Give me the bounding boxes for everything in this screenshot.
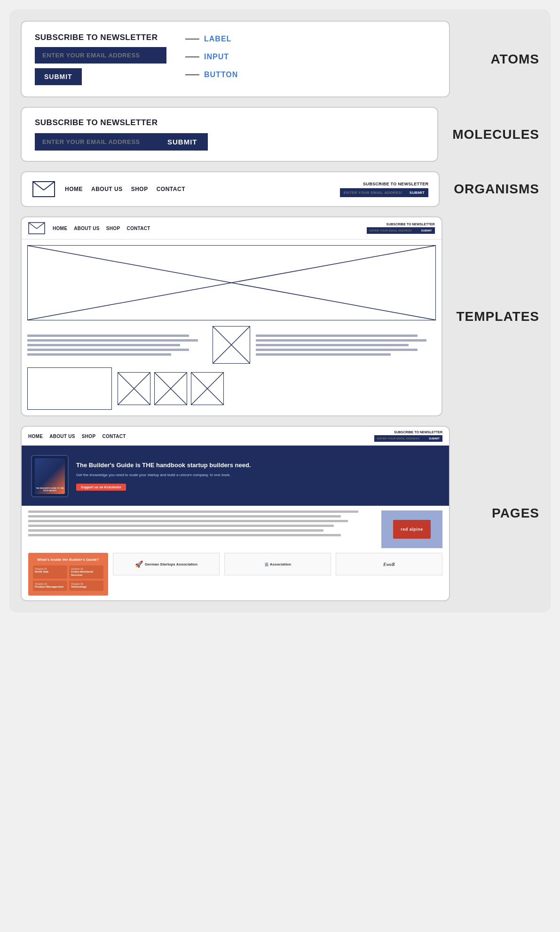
organisms-newsletter-title: SUBSCRIBE TO NEWSLETTER <box>363 182 428 186</box>
atom-button-label: BUTTON <box>185 71 238 79</box>
template-email-input[interactable] <box>367 227 418 234</box>
template-nav-contact[interactable]: CONTACT <box>126 226 150 231</box>
template-nav-shop[interactable]: SHOP <box>106 226 120 231</box>
chapter-1-name: North Star <box>35 570 65 574</box>
organisms-nav-contact[interactable]: CONTACT <box>157 186 185 192</box>
text-line-7 <box>256 339 426 342</box>
molecules-card: SUBSCRIBE TO NEWSLETTER SUBMIT <box>21 107 438 162</box>
svg-line-1 <box>33 182 44 190</box>
template-text-lines-2 <box>256 326 435 364</box>
pages-section-label: PAGES <box>464 506 539 521</box>
hero-cta-button[interactable]: Support us on Kickstarter <box>76 484 126 491</box>
organisms-card: HOME ABOUT US SHOP CONTACT SUBSCRIBE TO … <box>21 171 440 207</box>
pages-newsletter-row: SUBMIT <box>374 435 442 442</box>
organisms-section-label: ORGANISMS <box>454 182 539 197</box>
pages-logos-col-2: 🏛️ Association <box>224 553 331 596</box>
template-image-1 <box>213 326 250 364</box>
organisms-nav: HOME ABOUT US SHOP CONTACT SUBSCRIBE TO … <box>32 181 428 198</box>
atoms-content: SUBSCRIBE TO NEWSLETTER SUBMIT LABEL INP… <box>35 33 436 85</box>
pages-card: HOME ABOUT US SHOP CONTACT SUBSCRIBE TO … <box>21 426 450 601</box>
atoms-section-label: ATOMS <box>464 52 539 67</box>
molecules-submit-button[interactable]: SUBMIT <box>157 133 208 151</box>
text-line-1 <box>27 335 189 337</box>
template-small-img-2 <box>154 372 187 405</box>
template-text-lines-1 <box>27 326 207 364</box>
chapter-3-name: Product Management <box>35 585 65 589</box>
atom-label-label: LABEL <box>185 35 238 43</box>
pages-bottom-row: What's inside the Builder's Guide? Chapt… <box>28 553 442 596</box>
pages-logos-col: 🚀 German Startups Association <box>113 553 220 596</box>
chapter-grid: Chapter 01 North Star Chapter 02 Cross-d… <box>33 566 103 591</box>
pages-hero-text: The Builder's Guide is THE handbook star… <box>76 462 440 490</box>
association-logo-box: 🏛️ Association <box>224 553 331 575</box>
tablet-label: THE BUILDER'S GUIDE TO THE TECH GALAXY <box>35 487 65 492</box>
svg-line-5 <box>37 223 45 229</box>
template-nav-home[interactable]: HOME <box>53 226 67 231</box>
template-content-row-1 <box>27 326 436 364</box>
molecules-input-row: SUBMIT <box>35 133 424 151</box>
text-line-2 <box>27 339 198 342</box>
template-submit-button[interactable]: SUBMIT <box>418 227 435 234</box>
pages-nav-home[interactable]: HOME <box>28 434 43 439</box>
ewor-logo-box: EwoR <box>336 553 442 575</box>
pages-text-line-1 <box>28 510 358 513</box>
pages-logos-col-3: EwoR <box>336 553 442 596</box>
chapter-2: Chapter 02 Cross-divisional Success <box>69 566 103 579</box>
pages-text-col <box>28 510 376 548</box>
red-alpine-box: red alpine <box>381 510 442 548</box>
text-line-10 <box>256 353 391 356</box>
template-hero-wireframe <box>27 245 436 320</box>
template-hero-svg <box>28 246 435 320</box>
ewor-logo: EwoR <box>383 562 395 567</box>
pages-email-input[interactable] <box>374 435 426 442</box>
atoms-email-input[interactable] <box>35 47 166 64</box>
text-line-6 <box>256 335 418 337</box>
red-alpine-text: red alpine <box>401 527 423 532</box>
pages-text-line-5 <box>28 529 323 532</box>
atoms-submit-button[interactable]: SUBMIT <box>35 68 82 85</box>
pages-nav-about[interactable]: ABOUT US <box>49 434 75 439</box>
svg-line-2 <box>44 182 55 190</box>
text-line-9 <box>256 349 418 351</box>
organisms-nav-home[interactable]: HOME <box>65 186 83 192</box>
pages-nav-shop[interactable]: SHOP <box>82 434 96 439</box>
atoms-labels: LABEL INPUT BUTTON <box>185 33 238 79</box>
builders-guide-title: What's inside the Builder's Guide? <box>33 558 103 562</box>
organisms-nav-links: HOME ABOUT US SHOP CONTACT <box>65 186 340 192</box>
organisms-nav-shop[interactable]: SHOP <box>131 186 148 192</box>
pages-text-line-2 <box>28 515 341 518</box>
template-bottom-left-box <box>27 367 112 410</box>
atoms-card: SUBSCRIBE TO NEWSLETTER SUBMIT LABEL INP… <box>21 21 450 97</box>
hero-subtext: Get the knowledge you need to scale your… <box>76 472 440 478</box>
template-small-img-3 <box>191 372 224 405</box>
pages-hero-tablet: THE BUILDER'S GUIDE TO THE TECH GALAXY <box>31 455 69 497</box>
pages-nav-links: HOME ABOUT US SHOP CONTACT <box>28 434 374 439</box>
hero-headline: The Builder's Guide is THE handbook star… <box>76 462 440 470</box>
templates-section-label: TEMPLATES <box>457 309 539 324</box>
organisms-newsletter-row: SUBMIT <box>340 188 428 197</box>
molecules-email-input[interactable] <box>35 133 157 151</box>
organisms-email-input[interactable] <box>340 188 406 197</box>
svg-line-4 <box>29 223 37 229</box>
pages-section-row: HOME ABOUT US SHOP CONTACT SUBSCRIBE TO … <box>21 426 539 601</box>
organisms-nav-about[interactable]: ABOUT US <box>91 186 123 192</box>
pages-content: red alpine What's inside the Builder's G… <box>22 506 449 600</box>
text-line-5 <box>27 353 171 356</box>
association-logo-text: 🏛️ Association <box>264 562 291 566</box>
template-newsletter: SUBSCRIBE TO NEWSLETTER SUBMIT <box>367 223 435 234</box>
templates-section-row: HOME ABOUT US SHOP CONTACT SUBSCRIBE TO … <box>21 216 539 416</box>
german-startups-logo-box: 🚀 German Startups Association <box>113 553 220 575</box>
template-newsletter-title: SUBSCRIBE TO NEWSLETTER <box>386 223 435 226</box>
text-line-4 <box>27 349 189 351</box>
pages-text-line-4 <box>28 525 334 527</box>
organisms-submit-button[interactable]: SUBMIT <box>406 188 428 197</box>
template-nav: HOME ABOUT US SHOP CONTACT SUBSCRIBE TO … <box>22 217 442 239</box>
pages-content-row: red alpine <box>28 510 442 548</box>
pages-submit-button[interactable]: SUBMIT <box>426 435 442 442</box>
organisms-newsletter: SUBSCRIBE TO NEWSLETTER SUBMIT <box>340 182 428 197</box>
atoms-subscribe-title: SUBSCRIBE TO NEWSLETTER <box>35 33 166 42</box>
pages-nav-contact[interactable]: CONTACT <box>102 434 126 439</box>
templates-card: HOME ABOUT US SHOP CONTACT SUBSCRIBE TO … <box>21 216 442 416</box>
atoms-section-row: SUBSCRIBE TO NEWSLETTER SUBMIT LABEL INP… <box>21 21 539 97</box>
template-nav-about[interactable]: ABOUT US <box>74 226 100 231</box>
